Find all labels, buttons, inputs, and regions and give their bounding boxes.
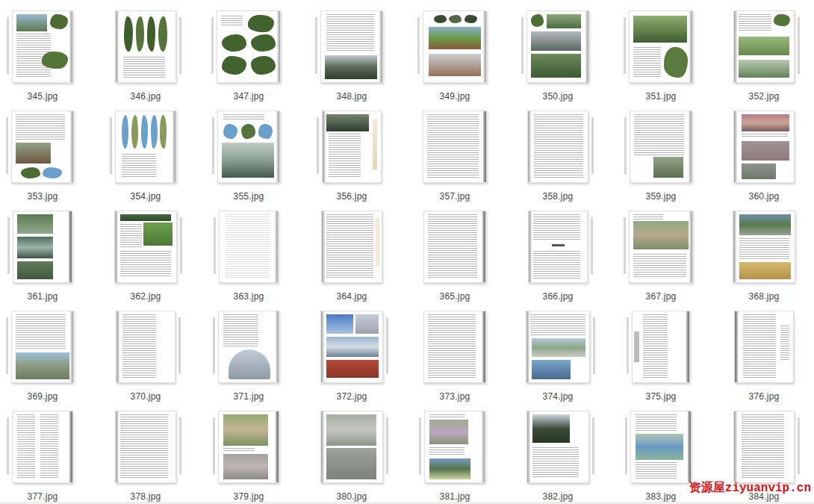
file-thumbnail[interactable] bbox=[197, 211, 300, 283]
file-label: 370.jpg bbox=[94, 391, 197, 402]
file-item[interactable]: 373.jpg bbox=[403, 308, 506, 408]
file-thumbnail[interactable] bbox=[403, 311, 506, 383]
file-item[interactable]: 355.jpg bbox=[197, 108, 300, 208]
file-item[interactable]: 368.jpg bbox=[712, 208, 814, 308]
page-edge-strip bbox=[7, 17, 9, 74]
file-thumbnail[interactable] bbox=[300, 211, 403, 283]
page-scan-preview bbox=[13, 211, 72, 283]
file-thumbnail[interactable] bbox=[197, 111, 300, 183]
file-item[interactable]: 380.jpg bbox=[300, 408, 403, 504]
file-item[interactable]: 377.jpg bbox=[0, 408, 94, 504]
file-item[interactable]: 365.jpg bbox=[403, 208, 506, 308]
file-thumbnail[interactable] bbox=[94, 211, 197, 283]
file-label: 379.jpg bbox=[197, 491, 300, 502]
page-scan-preview bbox=[526, 411, 589, 483]
file-thumbnail[interactable] bbox=[609, 111, 712, 183]
file-thumbnail[interactable] bbox=[0, 311, 94, 383]
file-thumbnail[interactable] bbox=[300, 10, 403, 83]
page-text-lines bbox=[123, 57, 165, 78]
file-thumbnail[interactable] bbox=[0, 10, 94, 83]
book-spine-strip bbox=[482, 411, 485, 482]
file-thumbnail[interactable] bbox=[712, 10, 814, 83]
file-item[interactable]: 359.jpg bbox=[609, 108, 712, 208]
file-thumbnail[interactable] bbox=[300, 311, 403, 383]
file-thumbnail[interactable] bbox=[300, 411, 403, 483]
sketch-blob bbox=[251, 56, 276, 75]
file-thumbnail[interactable] bbox=[712, 211, 814, 283]
file-item[interactable]: 367.jpg bbox=[609, 208, 712, 308]
file-thumbnail[interactable] bbox=[403, 111, 506, 183]
file-thumbnail[interactable] bbox=[712, 311, 814, 383]
file-thumbnail[interactable] bbox=[197, 411, 300, 483]
file-item[interactable]: 353.jpg bbox=[0, 108, 94, 208]
file-thumbnail[interactable] bbox=[609, 411, 712, 483]
file-item[interactable]: 382.jpg bbox=[506, 408, 609, 504]
page-sketch bbox=[222, 122, 275, 140]
file-item[interactable]: 351.jpg bbox=[609, 7, 712, 108]
file-thumbnail[interactable] bbox=[506, 10, 609, 83]
file-item[interactable]: 354.jpg bbox=[94, 108, 197, 208]
page-edge-strip bbox=[624, 17, 626, 74]
file-item[interactable]: 349.jpg bbox=[403, 7, 506, 108]
file-item[interactable]: 372.jpg bbox=[300, 308, 403, 408]
file-thumbnail[interactable] bbox=[197, 10, 300, 83]
file-thumbnail[interactable] bbox=[94, 311, 197, 383]
file-item[interactable]: 379.jpg bbox=[197, 408, 300, 504]
file-item[interactable]: 348.jpg bbox=[300, 7, 403, 108]
file-item[interactable]: 350.jpg bbox=[506, 7, 609, 108]
file-item[interactable]: 375.jpg bbox=[609, 308, 712, 408]
page-sketch bbox=[41, 51, 69, 69]
file-item[interactable]: 358.jpg bbox=[506, 108, 609, 208]
book-spine-strip bbox=[527, 411, 530, 482]
file-item[interactable]: 374.jpg bbox=[506, 308, 609, 408]
file-thumbnail[interactable] bbox=[403, 411, 506, 483]
file-thumbnail[interactable] bbox=[0, 111, 94, 183]
page-text-lines bbox=[326, 14, 374, 52]
file-item[interactable]: 363.jpg bbox=[197, 208, 300, 308]
file-thumbnail[interactable] bbox=[506, 111, 609, 183]
file-item[interactable]: 370.jpg bbox=[94, 308, 197, 408]
page-sketch bbox=[250, 55, 276, 75]
file-thumbnail[interactable] bbox=[609, 311, 712, 383]
file-item[interactable]: 357.jpg bbox=[403, 108, 506, 208]
file-thumbnail[interactable] bbox=[712, 411, 814, 483]
file-item[interactable]: 345.jpg bbox=[0, 7, 94, 108]
file-item[interactable]: 346.jpg bbox=[94, 7, 197, 108]
file-item[interactable]: 352.jpg bbox=[712, 7, 814, 108]
page-edge-strip bbox=[386, 417, 388, 474]
page-text-lines bbox=[120, 224, 143, 248]
file-thumbnail[interactable] bbox=[197, 311, 300, 383]
sketch-blob bbox=[21, 167, 40, 178]
file-item[interactable]: 356.jpg bbox=[300, 108, 403, 208]
page-edge-strip bbox=[386, 317, 388, 374]
file-item[interactable]: 376.jpg bbox=[712, 308, 814, 408]
file-label: 374.jpg bbox=[506, 391, 609, 402]
file-item[interactable]: 347.jpg bbox=[197, 7, 300, 108]
file-thumbnail[interactable] bbox=[403, 10, 506, 83]
file-thumbnail[interactable] bbox=[403, 211, 506, 283]
file-item[interactable]: 361.jpg bbox=[0, 208, 94, 308]
file-item[interactable]: 381.jpg bbox=[403, 408, 506, 504]
file-item[interactable]: 360.jpg bbox=[712, 108, 814, 208]
file-thumbnail[interactable] bbox=[609, 10, 712, 83]
page-photo bbox=[120, 214, 172, 222]
file-thumbnail[interactable] bbox=[506, 211, 609, 283]
file-item[interactable]: 369.jpg bbox=[0, 308, 94, 408]
file-item[interactable]: 362.jpg bbox=[94, 208, 197, 308]
page-photo bbox=[429, 54, 482, 76]
file-thumbnail[interactable] bbox=[94, 411, 197, 483]
file-item[interactable]: 364.jpg bbox=[300, 208, 403, 308]
file-thumbnail[interactable] bbox=[0, 411, 94, 483]
file-thumbnail[interactable] bbox=[94, 10, 197, 83]
file-item[interactable]: 378.jpg bbox=[94, 408, 197, 504]
file-thumbnail[interactable] bbox=[712, 111, 814, 183]
file-item[interactable]: 366.jpg bbox=[506, 208, 609, 308]
file-item[interactable]: 371.jpg bbox=[197, 308, 300, 408]
file-thumbnail[interactable] bbox=[300, 111, 403, 183]
file-thumbnail[interactable] bbox=[506, 311, 609, 383]
page-photo bbox=[143, 223, 173, 245]
file-thumbnail[interactable] bbox=[0, 211, 94, 283]
file-thumbnail[interactable] bbox=[506, 411, 609, 483]
file-thumbnail[interactable] bbox=[609, 211, 712, 283]
file-thumbnail[interactable] bbox=[94, 111, 197, 183]
